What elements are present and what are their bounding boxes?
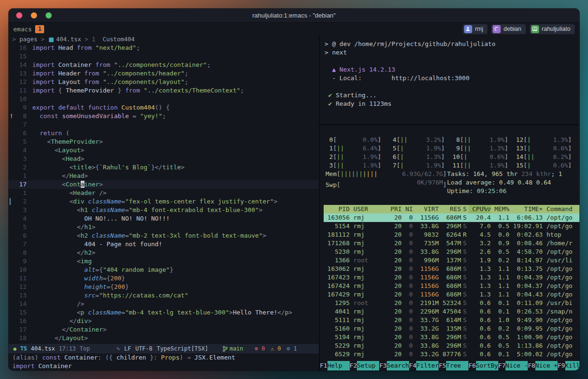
code-line[interactable]: 12import Layout from "../components/layo…: [9, 78, 319, 86]
fkey-f1[interactable]: F1Help: [320, 361, 350, 370]
column-header-ni[interactable]: NI: [401, 205, 412, 213]
minimize-button[interactable]: [31, 12, 37, 18]
code-line[interactable]: 17 </Container>: [9, 325, 319, 334]
code-line[interactable]: 10: [9, 95, 319, 103]
code-line[interactable]: 15: [9, 52, 319, 61]
code-line[interactable]: 6 <h2 className="mb-2 text-3xl font-bold…: [9, 231, 319, 240]
process-row[interactable]: 5154rmj20033.8G296MS7.00.519:02.91/opt/g…: [324, 222, 579, 231]
code-line[interactable]: 4 OH NO!... NO! NO! NO!!!: [9, 214, 319, 223]
code-line[interactable]: 5 <ThemeProvider>: [9, 138, 319, 146]
process-row[interactable]: 171268rmj200735M547MS3.20.90:08.46/home/…: [324, 239, 579, 248]
process-row[interactable]: 5160rmj20033.2G135MS0.60.20:09.95/opt/go: [324, 324, 579, 333]
close-button[interactable]: [16, 12, 22, 18]
process-row[interactable]: 5194rmj20033.8G296MS0.60.51:00.90/opt/go: [324, 333, 579, 342]
column-header-cpu[interactable]: CPU%▽: [468, 205, 491, 213]
fkey-f8[interactable]: F8Nice +: [528, 361, 558, 370]
fkey-f5[interactable]: F5Tree: [439, 361, 468, 370]
cell-time: 0:09.95: [509, 324, 542, 333]
tmux-badge-tmux[interactable]: rahuljuliato: [530, 24, 575, 34]
process-row[interactable]: 5229rmj20033.8G296MS0.60.51:13.86/opt/go: [324, 342, 579, 350]
code-line[interactable]: 18 </Layout>: [9, 334, 319, 342]
code-line[interactable]: 9 <img: [9, 257, 319, 266]
cell-time: 8:14.97: [509, 256, 542, 265]
tmux-badge-user[interactable]: rmj: [463, 24, 487, 34]
code-line[interactable]: 1 <Header />: [9, 189, 319, 197]
window-titlebar[interactable]: rahuljuliato:1:emacs - "debian": [9, 9, 579, 23]
cell-cmd: /opt/go: [543, 316, 579, 324]
process-row[interactable]: 4041rmj2002296M47504S0.60.10:26.53/snap/…: [324, 307, 579, 316]
process-row[interactable]: 5230rmj20033.8G296MS2.60.54:58.70/opt/go: [324, 248, 579, 256]
dev-server-output[interactable]: > @ dev /home/rmj/Projects/github/rahulj…: [320, 35, 579, 124]
code-line[interactable]: 3 <h1 className="mb-4 font-extrabold tex…: [9, 206, 319, 214]
process-row[interactable]: 1366root200996M137MS1.90.28:14.97/usr/li: [324, 256, 579, 265]
code-line[interactable]: 14import Container from "../components/c…: [9, 61, 319, 69]
code-line[interactable]: !8 const someUnusedVariable = "yey!";: [9, 112, 319, 120]
tok-pun: >: [81, 155, 84, 162]
code-line[interactable]: 6 return (: [9, 129, 319, 138]
fkey-f9[interactable]: F9Kill: [558, 361, 579, 370]
column-header-res[interactable]: RES: [439, 205, 461, 213]
column-header-time[interactable]: TIME+: [509, 205, 542, 213]
column-header-virt[interactable]: VIRT: [413, 205, 439, 213]
code-line[interactable]: 1 </Head>: [9, 172, 319, 180]
tok-pun: =: [95, 292, 99, 299]
process-row[interactable]: 181112rmj20098326264R4.50.00:02.63htop: [324, 231, 579, 239]
fkey-f7[interactable]: F7Nice -: [498, 361, 528, 370]
text-cursor: a: [81, 181, 84, 188]
htop-pane[interactable]: 0[0.0%]4[||3.2%]8[||1.9%]12[|1.3%]1[||6.…: [320, 125, 579, 370]
column-header-mem[interactable]: MEM%: [491, 205, 509, 213]
code-line[interactable]: ▎2 <div className="fex-ol tems-center fl…: [9, 197, 319, 206]
code-line[interactable]: 3 <Head>: [9, 155, 319, 163]
cell-cmd: /opt/go: [543, 265, 579, 273]
code-line[interactable]: 7 404 - Page not found!: [9, 240, 319, 249]
fkey-f2[interactable]: F2Setup: [350, 361, 380, 370]
code-line[interactable]: 2 <title>{`Rahul's Blog`}</title>: [9, 163, 319, 172]
process-row[interactable]: 163062rmj2001156G686MS1.31.10:13.75/opt/…: [324, 265, 579, 273]
cell-s: S: [461, 324, 469, 333]
process-row[interactable]: 167423rmj2001156G686MS1.31.10:04.39/opt/…: [324, 273, 579, 282]
code-line[interactable]: 11import { ThemeProvider } from "../cont…: [9, 86, 319, 95]
fkey-f6[interactable]: F6SortBy: [468, 361, 498, 370]
fkey-f3[interactable]: F3Search: [379, 361, 409, 370]
tok-attr: src: [32, 292, 95, 299]
cell-cmd: /opt/go: [543, 350, 579, 359]
tmux-badge-debian[interactable]: debian: [491, 24, 526, 34]
code-line[interactable]: 5 </h1>: [9, 223, 319, 231]
column-header-user[interactable]: USER: [350, 205, 387, 213]
code-line[interactable]: 10 alt={"404 random image"}: [9, 266, 319, 274]
column-header-cmd[interactable]: Command: [543, 205, 579, 213]
code-line[interactable]: 12 height={200}: [9, 283, 319, 291]
fkey-f4[interactable]: F4Filter: [409, 361, 439, 370]
process-row[interactable]: 1295root2002191M52324S0.60.10:11.09/usr/…: [324, 299, 579, 307]
line-number: 1: [14, 172, 27, 180]
code-line[interactable]: 4 <Layout>: [9, 146, 319, 155]
code-line[interactable]: 16 </div>: [9, 317, 319, 325]
process-row[interactable]: 5111rmj20033.7G614MS0.61.09:49.90/opt/go: [324, 316, 579, 324]
code-line[interactable]: 13import Header from "../components/head…: [9, 69, 319, 78]
code-line[interactable]: 13 src="https://cataas.com/cat": [9, 291, 319, 300]
code-line[interactable]: 14 />: [9, 300, 319, 308]
process-row[interactable]: 167424rmj2001156G686MS1.31.10:04.37/opt/…: [324, 282, 579, 290]
process-row[interactable]: 6529rmj20033.2G87776S0.60.15:00.02/opt/g…: [324, 350, 579, 359]
maximize-button[interactable]: [46, 12, 52, 18]
code-line[interactable]: 17 <Container>: [9, 180, 319, 189]
code-line[interactable]: 15 <p className="mb-4 text-lg text-blue-…: [9, 308, 319, 317]
editor-pane[interactable]: > pages > 404.tsx > 1 Custom404 16import…: [9, 35, 320, 370]
code-area[interactable]: 16import Head from "next/head";1514impor…: [9, 44, 319, 344]
code-line[interactable]: 7: [9, 120, 319, 129]
code-line[interactable]: 16import Head from "next/head";: [9, 44, 319, 52]
tok-pun: >: [229, 309, 233, 316]
code-line[interactable]: 9export default function Custom404() {: [9, 103, 319, 112]
column-header-pid[interactable]: PID: [324, 205, 350, 213]
process-row[interactable]: 163056rmj2001156G686MS20.41.16:06.13/opt…: [324, 213, 579, 222]
terminal-line: > next: [325, 48, 579, 57]
code-line[interactable]: 8 </h2>: [9, 249, 319, 257]
cell-virt: 9832: [413, 231, 439, 239]
column-header-pri[interactable]: PRI: [387, 205, 401, 213]
code-line[interactable]: 11 width={200}: [9, 274, 319, 283]
tmux-window-tab[interactable]: emacs 1: [13, 25, 44, 33]
column-header-s[interactable]: S: [461, 205, 469, 213]
breadcrumb[interactable]: > pages > 404.tsx > 1 Custom404: [9, 35, 319, 44]
cpu-label: 14: [516, 153, 523, 161]
process-row[interactable]: 167429rmj2001156G686MS1.31.10:04.43/opt/…: [324, 290, 579, 299]
